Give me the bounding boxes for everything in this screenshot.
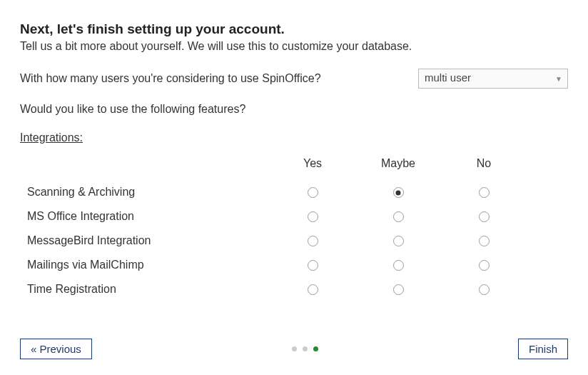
column-no: No — [441, 157, 527, 170]
radio-option[interactable] — [308, 236, 318, 246]
radio-cell — [441, 210, 527, 223]
options-row: MessageBird Integration — [20, 229, 568, 253]
radio-option[interactable] — [479, 284, 490, 295]
radio-cell — [441, 234, 527, 247]
pagination-dots — [292, 346, 318, 351]
radio-option[interactable] — [393, 187, 404, 198]
row-label: Mailings via MailChimp — [20, 259, 270, 271]
column-yes: Yes — [270, 157, 355, 170]
radio-cell — [355, 234, 441, 247]
wizard-footer: « Previous Finish — [20, 339, 568, 359]
radio-cell — [355, 283, 441, 296]
radio-option[interactable] — [308, 260, 318, 271]
row-label: Scanning & Archiving — [20, 186, 270, 199]
previous-button[interactable]: « Previous — [20, 339, 92, 359]
radio-cell — [270, 186, 355, 199]
radio-cell — [355, 210, 441, 223]
radio-cell — [441, 283, 527, 296]
finish-button[interactable]: Finish — [518, 339, 568, 359]
integrations-section-title: Integrations: — [20, 131, 568, 144]
radio-option[interactable] — [393, 260, 404, 271]
row-label: MessageBird Integration — [20, 234, 270, 247]
radio-option[interactable] — [479, 187, 490, 198]
row-label: Time Registration — [20, 283, 270, 296]
radio-cell — [441, 259, 527, 271]
options-row: MS Office Integration — [20, 204, 568, 229]
options-row: Scanning & Archiving — [20, 180, 568, 204]
users-select[interactable]: multi user — [418, 69, 568, 89]
radio-option[interactable] — [479, 236, 490, 246]
users-select-wrap: multi user ▼ — [418, 69, 568, 89]
radio-option[interactable] — [308, 187, 318, 198]
radio-option[interactable] — [393, 284, 404, 295]
radio-cell — [270, 283, 355, 296]
radio-option[interactable] — [308, 284, 318, 295]
row-label: MS Office Integration — [20, 210, 270, 223]
radio-cell — [355, 259, 441, 271]
users-question-row: With how many users you're considering t… — [20, 69, 568, 89]
radio-cell — [270, 259, 355, 271]
radio-option[interactable] — [479, 211, 490, 222]
column-maybe: Maybe — [355, 157, 441, 170]
radio-cell — [270, 210, 355, 223]
radio-cell — [441, 186, 527, 199]
users-question-text: With how many users you're considering t… — [20, 72, 321, 85]
pagination-dot[interactable] — [313, 346, 318, 351]
pagination-dot[interactable] — [303, 346, 308, 351]
radio-option[interactable] — [308, 211, 318, 222]
options-header: Yes Maybe No — [20, 157, 568, 170]
options-row: Mailings via MailChimp — [20, 253, 568, 277]
radio-option[interactable] — [393, 236, 404, 246]
options-row: Time Registration — [20, 277, 568, 301]
pagination-dot[interactable] — [292, 346, 297, 351]
radio-option[interactable] — [479, 260, 490, 271]
radio-cell — [355, 186, 441, 199]
radio-cell — [270, 234, 355, 247]
features-question: Would you like to use the following feat… — [20, 103, 568, 116]
radio-option[interactable] — [393, 211, 404, 222]
page-heading: Next, let's finish setting up your accou… — [20, 21, 568, 37]
integrations-grid: Yes Maybe No Scanning & ArchivingMS Offi… — [20, 157, 568, 301]
page-subheading: Tell us a bit more about yourself. We wi… — [20, 40, 568, 53]
